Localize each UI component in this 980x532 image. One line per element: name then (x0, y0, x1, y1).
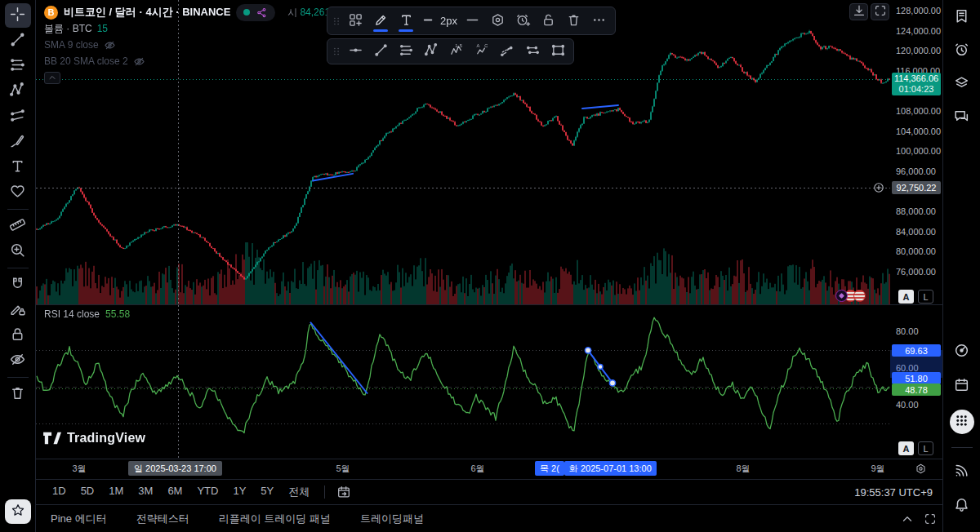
flat-channel-icon (525, 42, 541, 60)
eye-off-icon[interactable] (133, 55, 145, 68)
tool-trend-line[interactable] (5, 29, 31, 53)
tool-abc-pattern[interactable]: AC (470, 41, 494, 63)
tool-button[interactable]: 3M (131, 481, 159, 503)
eye-off-icon[interactable] (104, 39, 116, 51)
market-status-pill[interactable] (236, 4, 275, 21)
event-icons[interactable] (835, 290, 866, 302)
tool-calendar[interactable] (951, 375, 973, 397)
fullscreen-button[interactable] (871, 3, 889, 20)
axis-settings-gear-icon[interactable] (911, 460, 929, 477)
tool-bell[interactable] (951, 495, 973, 516)
tool-hline[interactable] (343, 41, 368, 63)
drag-handle-icon[interactable] (331, 14, 342, 29)
price-axis[interactable]: 128,000.00124,000.00120,000.00116,000.00… (890, 0, 942, 459)
download-chart-button[interactable] (849, 3, 868, 20)
crypto-event-icon[interactable] (835, 290, 848, 302)
clock[interactable]: 19:55:37 UTC+9 (854, 486, 933, 499)
market-open-dot (243, 9, 250, 16)
tool-alarm-plus[interactable] (511, 10, 536, 32)
tool-button[interactable]: YTD (190, 481, 225, 503)
go-to-date-button[interactable] (333, 483, 354, 501)
tool-draw-lock[interactable] (5, 298, 31, 322)
drawing-settings-toolbar: 2px (327, 7, 616, 35)
rsi-log-scale-button[interactable]: L (918, 441, 933, 455)
tool-line-style[interactable] (461, 10, 485, 32)
tab-strategy-tester[interactable]: 전략테스터 (136, 512, 189, 526)
tab-pine-editor[interactable]: Pine 에디터 (51, 512, 107, 526)
trash-icon (9, 384, 26, 405)
auto-scale-button[interactable]: A (898, 290, 914, 304)
tool-eye-off[interactable] (5, 348, 31, 373)
chevron-up-icon (47, 71, 57, 86)
sma-legend-row[interactable]: SMA 9 close (44, 37, 369, 53)
tool-text-tool[interactable] (394, 10, 418, 32)
tool-layers[interactable] (951, 73, 973, 95)
tab-replay-trading-panel[interactable]: 리플레이 트레이딩 패널 (219, 512, 331, 526)
legend-collapse-button[interactable] (44, 72, 60, 84)
bb-legend-row[interactable]: BB 20 SMA close 2 (44, 53, 369, 69)
tool-heart[interactable] (5, 180, 31, 205)
log-scale-button[interactable]: L (918, 290, 933, 304)
text-tool-icon (9, 157, 26, 178)
tool-alarm[interactable] (951, 40, 973, 61)
tool-button[interactable]: 전체 (282, 481, 316, 503)
tool-button[interactable]: 5Y (254, 481, 280, 503)
tool-gear-hex[interactable] (486, 10, 510, 32)
tool-trend-fib[interactable] (495, 41, 519, 63)
tool-xabcd-pattern[interactable] (419, 41, 443, 63)
price-tick: 80,000.00 (896, 246, 936, 256)
tool-button[interactable]: 1M (102, 481, 130, 503)
tool-magnet[interactable] (5, 273, 31, 297)
tool-elliott-wave[interactable]: 15 (444, 41, 469, 63)
tool-watchlist[interactable] (951, 7, 973, 28)
tool-more-dots[interactable] (587, 10, 612, 32)
drag-handle-icon[interactable] (331, 44, 342, 59)
tool-line-width[interactable]: 2px (419, 10, 460, 32)
rsi-legend[interactable]: RSI 14 close 55.58 (44, 308, 130, 320)
tool-unlock[interactable] (537, 10, 561, 32)
tool-trend-line[interactable] (368, 41, 393, 63)
tool-xabcd-pattern[interactable] (5, 79, 31, 104)
button-label: 3M (138, 485, 153, 497)
tool-pencil[interactable] (368, 10, 393, 32)
divider (324, 485, 325, 499)
line-style-icon (465, 12, 480, 30)
tool-text-tool[interactable] (5, 155, 31, 180)
tool-button[interactable]: 6M (161, 481, 189, 503)
symbol-title[interactable]: 비트코인 / 달러 · 4시간 · BINANCE (64, 5, 230, 20)
tool-fib-retracement[interactable] (394, 41, 418, 63)
tab-trading-panel[interactable]: 트레이딩패널 (360, 512, 424, 526)
tool-lock[interactable] (5, 323, 31, 348)
tool-signal[interactable] (951, 461, 973, 482)
tool-grid-plus[interactable] (343, 10, 368, 32)
us-event-icon[interactable] (853, 290, 866, 302)
sidebar-bottom-list (943, 341, 980, 532)
volume-legend-row[interactable]: 볼륨 · BTC 15 (44, 20, 369, 37)
pane-divider[interactable] (36, 304, 942, 305)
tool-chat[interactable] (951, 107, 973, 128)
tool-flat-channel[interactable] (520, 41, 545, 63)
time-axis[interactable]: 3월5월6월8월9월 일 2025-03-23 17:00 목 2( 화 202… (36, 459, 942, 478)
tool-fib-retracement[interactable] (5, 54, 31, 78)
add-alert-plus-icon[interactable] (872, 181, 885, 197)
tool-button[interactable]: 5D (74, 481, 101, 503)
rsi-auto-scale-button[interactable]: A (898, 441, 914, 455)
tool-apps[interactable] (950, 410, 974, 434)
rsi-pane[interactable] (36, 305, 890, 459)
tool-radar[interactable] (951, 341, 973, 362)
tool-trash[interactable] (5, 382, 31, 406)
favorite-tools-button[interactable] (5, 499, 31, 524)
maximize-panel-button[interactable] (923, 512, 938, 526)
tool-button[interactable]: 1D (46, 481, 73, 503)
tool-zoom-in[interactable] (5, 239, 31, 264)
tool-rectangle[interactable] (546, 41, 570, 63)
tool-button[interactable]: 1Y (226, 481, 252, 503)
tool-trash[interactable] (562, 10, 586, 32)
share-icon[interactable] (256, 7, 268, 19)
expand-panel-button[interactable] (900, 512, 915, 526)
favorite-drawings-toolbar: 15AC (327, 38, 574, 64)
tool-ruler[interactable] (5, 214, 31, 238)
tool-brush[interactable] (5, 130, 31, 154)
tool-crosshair[interactable] (5, 3, 31, 28)
tool-projection[interactable] (5, 104, 31, 129)
